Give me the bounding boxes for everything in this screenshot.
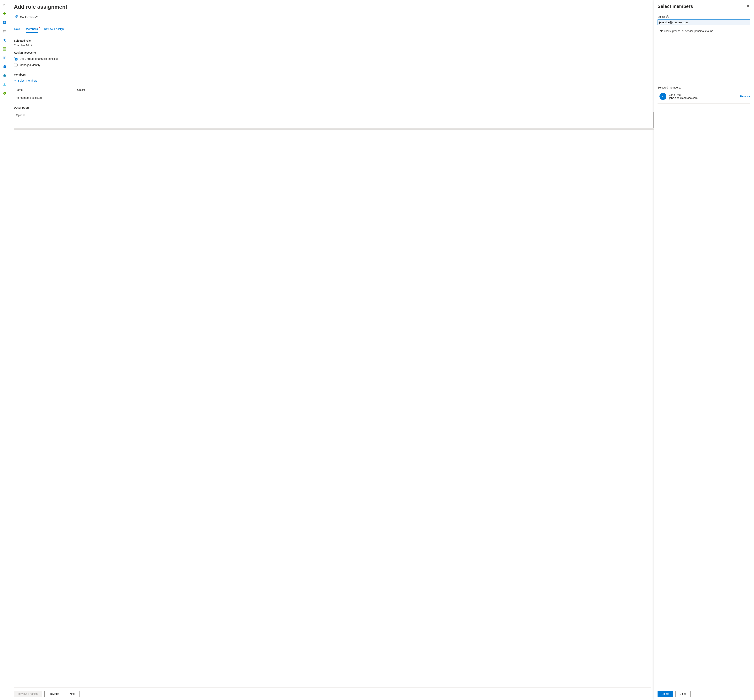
svg-rect-6	[5, 47, 6, 48]
avatar: JD	[659, 93, 666, 100]
svg-rect-9	[5, 48, 6, 50]
radio-selected-icon	[14, 57, 18, 61]
tab-alert-dot-icon	[39, 27, 40, 28]
all-services-list-icon[interactable]	[2, 28, 8, 34]
member-search-input[interactable]	[657, 19, 750, 25]
dashboard-icon[interactable]	[2, 19, 8, 25]
flyout-title: Select members	[657, 4, 693, 9]
remove-member-link[interactable]: Remove	[740, 95, 750, 98]
svg-rect-11	[4, 50, 5, 50]
page-footer: Review + assign Previous Next	[14, 688, 651, 700]
advisor-cost-icon[interactable]: $	[2, 90, 8, 97]
plus-icon: ＋	[14, 79, 17, 82]
members-section-label: Members	[14, 73, 654, 76]
tab-review-assign[interactable]: Review + assign	[44, 26, 64, 33]
select-field-label: Select	[657, 15, 665, 18]
svg-rect-10	[3, 50, 4, 50]
search-results-empty: No users, groups, or service principals …	[657, 27, 750, 36]
close-icon[interactable]	[746, 3, 750, 9]
select-members-panel: Select members Select i No users, groups…	[654, 0, 754, 700]
members-table-empty-row: No members selected	[14, 94, 654, 102]
radio-managed-identity[interactable]: Managed identity	[14, 63, 654, 67]
svg-text:$: $	[4, 92, 5, 94]
selected-members-label: Selected members:	[657, 86, 750, 89]
svg-rect-12	[5, 50, 6, 50]
app-grid-icon[interactable]	[2, 46, 8, 52]
members-table-header: Name Object ID	[14, 86, 654, 94]
description-label: Description	[14, 106, 654, 109]
info-icon[interactable]: i	[666, 16, 669, 18]
svg-text:SQL: SQL	[3, 66, 6, 67]
flyout-footer: Select Close	[657, 688, 750, 700]
select-members-link[interactable]: ＋ Select members	[14, 79, 654, 82]
svg-rect-5	[4, 47, 5, 48]
svg-rect-8	[4, 48, 5, 50]
col-objectid-header: Object ID	[77, 88, 652, 91]
svg-rect-4	[3, 47, 4, 48]
svg-rect-20	[16, 16, 18, 16]
next-button[interactable]: Next	[66, 691, 80, 697]
tab-bar: Role Members Review + assign	[14, 22, 654, 33]
create-resource-icon[interactable]	[2, 10, 8, 17]
description-textarea[interactable]	[14, 112, 654, 128]
svg-point-19	[16, 16, 16, 17]
assign-access-label: Assign access to	[14, 51, 654, 54]
sql-database-icon[interactable]: SQL	[2, 64, 8, 70]
container-cube-icon[interactable]	[2, 55, 8, 61]
feedback-person-icon	[15, 15, 18, 19]
member-name: Jane Doe	[669, 93, 737, 97]
selected-role-value: Chamber Admin	[14, 44, 654, 47]
favorites-star-icon[interactable]	[2, 37, 8, 43]
feedback-bar[interactable]: Got feedback?	[14, 13, 651, 22]
radio-user-group-principal[interactable]: User, group, or service principal	[14, 57, 654, 61]
radio-unselected-icon	[14, 63, 18, 67]
review-assign-button: Review + assign	[14, 691, 42, 697]
horizontal-scrollbar[interactable]	[14, 128, 654, 130]
expand-rail-icon[interactable]	[2, 2, 8, 8]
svg-point-1	[3, 30, 3, 30]
feedback-text: Got feedback?	[20, 16, 38, 19]
select-button[interactable]: Select	[657, 691, 673, 697]
members-table: Name Object ID No members selected	[14, 86, 654, 102]
pyramid-icon[interactable]	[2, 81, 8, 88]
left-nav-rail: SQL $	[0, 0, 9, 700]
tab-members-label: Members	[26, 27, 38, 30]
cosmos-globe-icon[interactable]	[2, 72, 8, 79]
radio-opt2-label: Managed identity	[20, 63, 40, 67]
radio-opt1-label: User, group, or service principal	[20, 57, 58, 60]
page-title: Add role assignment	[14, 4, 67, 10]
selected-role-label: Selected role	[14, 39, 654, 42]
close-button[interactable]: Close	[676, 691, 690, 697]
select-members-link-text: Select members	[18, 79, 37, 82]
members-empty-text: No members selected	[16, 96, 77, 99]
selected-member-row: JD Jane Doe jane.doe@contoso.com Remove	[657, 91, 750, 103]
col-name-header: Name	[16, 88, 77, 91]
member-email: jane.doe@contoso.com	[669, 97, 737, 100]
svg-point-3	[3, 32, 3, 32]
more-actions-icon[interactable]: ···	[70, 5, 73, 9]
svg-point-2	[3, 31, 3, 31]
svg-rect-7	[3, 48, 4, 50]
main-content: Add role assignment ··· Got feedback? Ro…	[9, 0, 654, 700]
tab-role[interactable]: Role	[14, 26, 20, 33]
previous-button[interactable]: Previous	[44, 691, 63, 697]
tab-members[interactable]: Members	[26, 26, 38, 33]
